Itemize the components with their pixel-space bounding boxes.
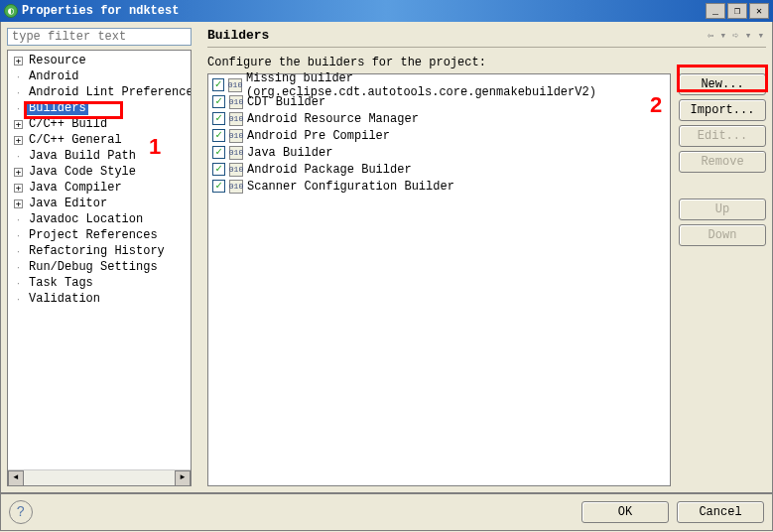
up-button[interactable]: Up (679, 199, 766, 220)
tree-item-builders[interactable]: ·Builders (10, 100, 189, 116)
import-button[interactable]: Import... (679, 99, 766, 121)
view-menu-icon[interactable]: ▾ (755, 29, 766, 42)
tree-leaf-icon: · (14, 263, 23, 272)
help-button[interactable]: ? (9, 500, 33, 524)
cancel-button[interactable]: Cancel (677, 501, 764, 523)
window-controls: _ ❒ ✕ (706, 3, 769, 19)
builder-label: Android Resource Manager (247, 112, 419, 126)
minimize-button[interactable]: _ (706, 3, 725, 19)
builder-checkbox[interactable]: ✓ (212, 78, 224, 91)
down-button[interactable]: Down (679, 224, 766, 246)
builder-icon: 010 (229, 129, 243, 143)
builder-row[interactable]: ✓010Missing builder (org.eclipse.cdt.aut… (210, 76, 668, 93)
builder-label: CDT Builder (247, 95, 325, 109)
tree-item-validation[interactable]: ·Validation (10, 291, 189, 307)
close-button[interactable]: ✕ (749, 3, 769, 19)
tree-item-label: Project References (27, 228, 160, 242)
tree-item-label: Android Lint Preferences (27, 85, 191, 99)
tree-item-label: Task Tags (27, 276, 95, 290)
dialog-footer: ? OK Cancel (0, 493, 773, 531)
builder-row[interactable]: ✓010Java Builder (210, 144, 668, 161)
scroll-track[interactable] (24, 470, 175, 485)
tree-leaf-icon: · (14, 279, 23, 288)
builder-checkbox[interactable]: ✓ (212, 146, 225, 159)
tree-item-project-references[interactable]: ·Project References (10, 227, 189, 243)
tree-leaf-icon: · (14, 88, 23, 97)
filter-input[interactable] (7, 28, 192, 46)
config-description: Configure the builders for the project: (207, 56, 671, 69)
builder-label: Android Package Builder (247, 163, 412, 177)
builder-checkbox[interactable]: ✓ (212, 129, 225, 142)
side-button-column: New... Import... Edit... Remove Up Down (679, 56, 766, 486)
page-title: Builders (207, 28, 706, 43)
tree-item-javadoc-location[interactable]: ·Javadoc Location (10, 211, 189, 227)
builder-row[interactable]: ✓010Android Package Builder (210, 161, 668, 178)
tree-item-run-debug-settings[interactable]: ·Run/Debug Settings (10, 259, 189, 275)
builder-icon: 010 (229, 163, 243, 177)
tree-item-label: Resource (27, 54, 88, 67)
remove-button[interactable]: Remove (679, 151, 766, 173)
builder-row[interactable]: ✓010Scanner Configuration Builder (210, 178, 668, 195)
edit-button[interactable]: Edit... (679, 125, 766, 147)
horizontal-scrollbar[interactable]: ◄ ► (8, 469, 191, 485)
tree-expander-icon[interactable]: + (14, 120, 23, 129)
builder-row[interactable]: ✓010Android Pre Compiler (210, 127, 668, 144)
header-separator (207, 47, 766, 48)
tree-leaf-icon: · (14, 215, 23, 224)
tree-item-task-tags[interactable]: ·Task Tags (10, 275, 189, 291)
tree-leaf-icon: · (14, 152, 23, 161)
titlebar[interactable]: ◐ Properties for ndktest _ ❒ ✕ (0, 0, 773, 22)
tree-leaf-icon: · (14, 295, 23, 304)
builder-checkbox[interactable]: ✓ (212, 112, 225, 125)
builder-row[interactable]: ✓010Android Resource Manager (210, 110, 668, 127)
builder-label: Scanner Configuration Builder (247, 180, 454, 194)
tree-item-label: Android (27, 69, 80, 83)
forward-icon[interactable]: ➪ (730, 29, 741, 42)
tree-expander-icon[interactable]: + (14, 184, 23, 193)
tree-item-label: Java Compiler (27, 181, 124, 195)
tree-item-android[interactable]: ·Android (10, 68, 189, 84)
builder-checkbox[interactable]: ✓ (212, 180, 225, 193)
back-menu-icon[interactable]: ▾ (718, 29, 729, 42)
tree-item-java-code-style[interactable]: +Java Code Style (10, 164, 189, 180)
tree-item-refactoring-history[interactable]: ·Refactoring History (10, 243, 189, 259)
tree-expander-icon[interactable]: + (14, 168, 23, 177)
builder-checkbox[interactable]: ✓ (212, 163, 225, 176)
forward-menu-icon[interactable]: ▾ (743, 29, 754, 42)
tree-expander-icon[interactable]: + (14, 200, 23, 208)
tree-item-resource[interactable]: +Resource (10, 53, 189, 68)
right-panel: Builders ⇦ ▾ ➪ ▾ ▾ Configure the builder… (201, 22, 772, 492)
left-panel: +Resource·Android·Android Lint Preferenc… (1, 22, 197, 492)
builder-label: Java Builder (247, 146, 332, 160)
tree-leaf-icon: · (14, 104, 23, 113)
tree-item-java-compiler[interactable]: +Java Compiler (10, 180, 189, 196)
back-icon[interactable]: ⇦ (706, 29, 716, 42)
property-tree[interactable]: +Resource·Android·Android Lint Preferenc… (8, 51, 191, 485)
maximize-button[interactable]: ❒ (727, 3, 747, 19)
new-button[interactable]: New... (679, 73, 766, 95)
tree-item-label: Run/Debug Settings (27, 260, 160, 274)
tree-item-label: Java Editor (27, 197, 109, 210)
ok-button[interactable]: OK (581, 501, 669, 523)
builders-list[interactable]: ✓010Missing builder (org.eclipse.cdt.aut… (207, 73, 671, 486)
tree-item-c-c-general[interactable]: +C/C++ General (10, 132, 189, 148)
tree-item-android-lint-preferences[interactable]: ·Android Lint Preferences (10, 84, 189, 100)
tree-item-java-build-path[interactable]: ·Java Build Path (10, 148, 189, 164)
builder-icon: 010 (229, 112, 243, 126)
tree-expander-icon[interactable]: + (14, 57, 23, 66)
tree-item-label: C/C++ General (27, 133, 124, 147)
builder-label: Android Pre Compiler (247, 129, 390, 143)
builder-icon: 010 (229, 95, 243, 109)
builder-icon: 010 (229, 180, 243, 194)
builder-icon: 010 (229, 146, 243, 160)
tree-item-label: C/C++ Build (27, 117, 109, 131)
builder-checkbox[interactable]: ✓ (212, 95, 225, 108)
tree-item-java-editor[interactable]: +Java Editor (10, 196, 189, 211)
tree-item-c-c-build[interactable]: +C/C++ Build (10, 116, 189, 132)
tree-item-label: Validation (27, 292, 102, 306)
nav-toolbar: ⇦ ▾ ➪ ▾ ▾ (706, 29, 766, 42)
scroll-left-button[interactable]: ◄ (8, 470, 24, 486)
tree-leaf-icon: · (14, 72, 23, 81)
scroll-right-button[interactable]: ► (175, 470, 191, 486)
tree-expander-icon[interactable]: + (14, 136, 23, 145)
